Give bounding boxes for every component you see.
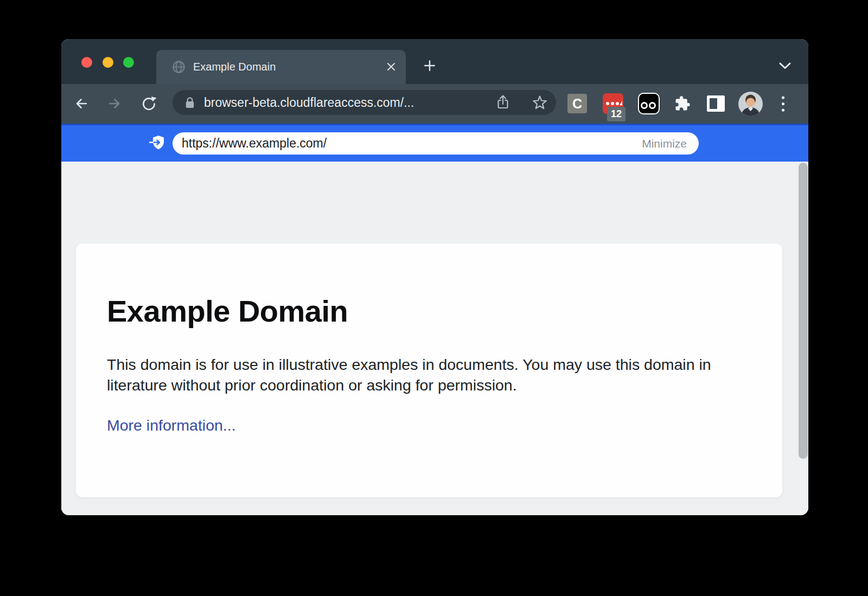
shield-arrow-icon — [149, 134, 167, 151]
share-button[interactable] — [494, 94, 512, 111]
tab-title: Example Domain — [193, 50, 276, 84]
page-body-text: This domain is for use in illustrative e… — [107, 354, 733, 395]
tab-strip: Example Domain — [61, 39, 808, 84]
isolated-url-input[interactable]: https://www.example.com/ Minimize — [173, 132, 699, 155]
extension-goggles-icon[interactable] — [638, 93, 660, 114]
wedge — [620, 101, 622, 105]
desktop-background: Example Domain — [0, 0, 868, 596]
minimize-bar-button[interactable]: Minimize — [642, 132, 687, 155]
browser-window: Example Domain — [61, 39, 808, 515]
dot — [616, 102, 619, 105]
side-panel-button[interactable] — [707, 95, 725, 112]
extension-c-icon[interactable]: C — [567, 94, 587, 113]
scrollbar[interactable] — [799, 163, 808, 459]
goggle-lens — [649, 102, 656, 109]
globe-favicon-icon — [171, 60, 186, 74]
kebab-menu-icon — [781, 95, 785, 112]
forward-arrow-icon — [106, 95, 123, 112]
isolated-url-text: https://www.example.com/ — [182, 132, 327, 155]
extensions-puzzle-icon — [674, 95, 691, 112]
more-information-link[interactable]: More information... — [107, 416, 236, 434]
new-tab-button[interactable] — [421, 57, 438, 74]
reload-icon — [141, 95, 157, 112]
page-viewport: Example Domain This domain is for use in… — [61, 162, 808, 515]
chevron-down-icon — [778, 62, 792, 70]
lock-icon[interactable] — [184, 96, 195, 110]
share-icon — [494, 94, 512, 111]
bookmark-button[interactable] — [531, 94, 548, 111]
profile-avatar[interactable] — [738, 92, 763, 116]
minimize-window-button[interactable] — [103, 57, 113, 68]
zoom-window-button[interactable] — [123, 57, 134, 68]
address-bar-url: browser-beta.cloudflareaccess.com/... — [204, 90, 414, 115]
back-arrow-icon — [73, 95, 90, 112]
plus-icon — [424, 60, 436, 72]
browser-menu-button[interactable] — [781, 95, 785, 112]
content-card: Example Domain This domain is for use in… — [76, 243, 782, 497]
tab-example-domain[interactable]: Example Domain — [156, 50, 406, 84]
close-window-button[interactable] — [81, 57, 92, 68]
tab-close-icon[interactable] — [386, 62, 396, 72]
omnibox[interactable]: browser-beta.cloudflareaccess.com/... — [173, 90, 556, 115]
back-button[interactable] — [73, 95, 90, 112]
page-title: Example Domain — [107, 293, 348, 329]
bookmark-star-icon — [531, 94, 548, 111]
reload-button[interactable] — [141, 95, 157, 112]
goggle-lens — [641, 102, 648, 109]
dot — [611, 102, 614, 105]
toolbar: browser-beta.cloudflareaccess.com/... C — [61, 84, 808, 124]
extension-red-dots-icon[interactable]: 12 — [603, 93, 623, 114]
tab-overview-button[interactable] — [778, 62, 792, 70]
extensions-menu-button[interactable] — [674, 95, 691, 112]
isolation-bar: https://www.example.com/ Minimize — [61, 124, 808, 162]
dot — [606, 102, 609, 105]
extension-badge: 12 — [607, 107, 626, 121]
forward-button[interactable] — [106, 95, 123, 112]
side-panel-icon — [710, 98, 717, 109]
